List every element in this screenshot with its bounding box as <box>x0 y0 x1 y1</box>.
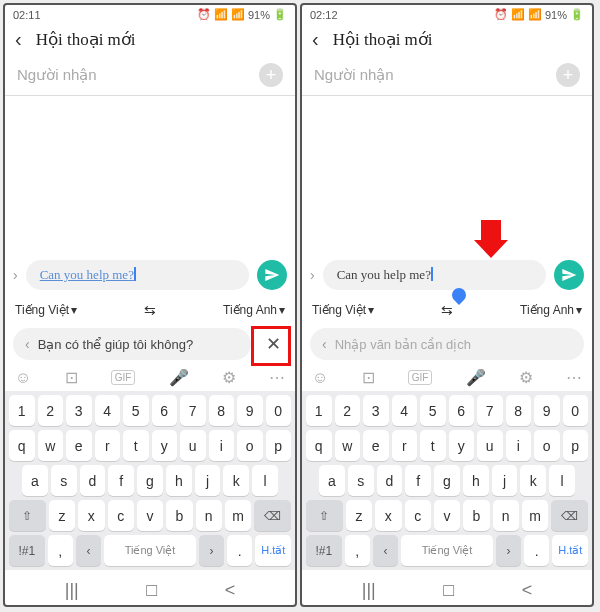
backspace-key[interactable]: ⌫ <box>551 500 588 531</box>
mic-icon[interactable]: 🎤 <box>169 368 189 387</box>
key-3[interactable]: 3 <box>363 395 389 426</box>
key-t[interactable]: t <box>420 430 446 461</box>
gif-icon[interactable]: GIF <box>408 370 433 385</box>
recents-icon[interactable]: ||| <box>65 580 79 601</box>
right-key[interactable]: › <box>199 535 224 566</box>
symbol-key[interactable]: !#1 <box>9 535 45 566</box>
from-language[interactable]: Tiếng Việt▾ <box>312 303 374 317</box>
recipient-row[interactable]: Người nhận + <box>5 55 295 96</box>
dot-key[interactable]: . <box>227 535 252 566</box>
enter-key[interactable]: H.tất <box>255 535 291 566</box>
left-key[interactable]: ‹ <box>76 535 101 566</box>
key-s[interactable]: s <box>348 465 374 496</box>
space-key[interactable]: Tiếng Việt <box>401 535 492 566</box>
backspace-key[interactable]: ⌫ <box>254 500 291 531</box>
translate-input[interactable]: ‹ Nhập văn bản cần dịch <box>310 328 584 360</box>
back-nav-icon[interactable]: < <box>522 580 533 601</box>
key-9[interactable]: 9 <box>534 395 560 426</box>
key-1[interactable]: 1 <box>9 395 35 426</box>
key-i[interactable]: i <box>506 430 532 461</box>
add-recipient-button[interactable]: + <box>556 63 580 87</box>
key-m[interactable]: m <box>225 500 251 531</box>
shift-key[interactable]: ⇧ <box>306 500 343 531</box>
key-m[interactable]: m <box>522 500 548 531</box>
key-u[interactable]: u <box>180 430 206 461</box>
key-i[interactable]: i <box>209 430 235 461</box>
key-n[interactable]: n <box>196 500 222 531</box>
key-4[interactable]: 4 <box>95 395 121 426</box>
key-7[interactable]: 7 <box>477 395 503 426</box>
chevron-right-icon[interactable]: › <box>13 267 18 283</box>
key-7[interactable]: 7 <box>180 395 206 426</box>
key-0[interactable]: 0 <box>563 395 589 426</box>
recipient-row[interactable]: Người nhận + <box>302 55 592 96</box>
key-r[interactable]: r <box>392 430 418 461</box>
key-j[interactable]: j <box>195 465 221 496</box>
right-key[interactable]: › <box>496 535 521 566</box>
key-g[interactable]: g <box>434 465 460 496</box>
key-6[interactable]: 6 <box>449 395 475 426</box>
key-r[interactable]: r <box>95 430 121 461</box>
recents-icon[interactable]: ||| <box>362 580 376 601</box>
key-p[interactable]: p <box>266 430 292 461</box>
key-k[interactable]: k <box>223 465 249 496</box>
key-s[interactable]: s <box>51 465 77 496</box>
chevron-left-icon[interactable]: ‹ <box>25 336 30 352</box>
key-d[interactable]: d <box>377 465 403 496</box>
mic-icon[interactable]: 🎤 <box>466 368 486 387</box>
back-icon[interactable]: ‹ <box>15 28 22 51</box>
key-j[interactable]: j <box>492 465 518 496</box>
key-q[interactable]: q <box>9 430 35 461</box>
key-x[interactable]: x <box>375 500 401 531</box>
key-g[interactable]: g <box>137 465 163 496</box>
key-e[interactable]: e <box>66 430 92 461</box>
send-button[interactable] <box>554 260 584 290</box>
key-9[interactable]: 9 <box>237 395 263 426</box>
key-p[interactable]: p <box>563 430 589 461</box>
key-6[interactable]: 6 <box>152 395 178 426</box>
message-input[interactable]: Can you help me? <box>323 260 546 290</box>
key-w[interactable]: w <box>38 430 64 461</box>
key-0[interactable]: 0 <box>266 395 292 426</box>
key-4[interactable]: 4 <box>392 395 418 426</box>
comma-key[interactable]: , <box>48 535 73 566</box>
key-o[interactable]: o <box>237 430 263 461</box>
key-z[interactable]: z <box>346 500 372 531</box>
chevron-left-icon[interactable]: ‹ <box>322 336 327 352</box>
back-nav-icon[interactable]: < <box>225 580 236 601</box>
translate-input[interactable]: ‹ Bạn có thể giúp tôi không? <box>13 328 251 360</box>
key-c[interactable]: c <box>108 500 134 531</box>
key-2[interactable]: 2 <box>335 395 361 426</box>
key-n[interactable]: n <box>493 500 519 531</box>
key-b[interactable]: b <box>463 500 489 531</box>
from-language[interactable]: Tiếng Việt▾ <box>15 303 77 317</box>
key-8[interactable]: 8 <box>506 395 532 426</box>
key-5[interactable]: 5 <box>420 395 446 426</box>
key-l[interactable]: l <box>252 465 278 496</box>
key-a[interactable]: a <box>319 465 345 496</box>
home-icon[interactable]: □ <box>443 580 454 601</box>
emoji-icon[interactable]: ☺ <box>312 369 328 387</box>
key-q[interactable]: q <box>306 430 332 461</box>
key-h[interactable]: h <box>463 465 489 496</box>
key-1[interactable]: 1 <box>306 395 332 426</box>
settings-icon[interactable]: ⚙ <box>222 368 236 387</box>
sticker-icon[interactable]: ⊡ <box>65 368 78 387</box>
symbol-key[interactable]: !#1 <box>306 535 342 566</box>
sticker-icon[interactable]: ⊡ <box>362 368 375 387</box>
to-language[interactable]: Tiếng Anh▾ <box>223 303 285 317</box>
key-5[interactable]: 5 <box>123 395 149 426</box>
key-w[interactable]: w <box>335 430 361 461</box>
more-icon[interactable]: ⋯ <box>269 368 285 387</box>
enter-key[interactable]: H.tất <box>552 535 588 566</box>
key-x[interactable]: x <box>78 500 104 531</box>
key-z[interactable]: z <box>49 500 75 531</box>
key-h[interactable]: h <box>166 465 192 496</box>
clear-button[interactable]: ✕ <box>259 330 287 358</box>
send-button[interactable] <box>257 260 287 290</box>
swap-icon[interactable]: ⇆ <box>441 302 453 318</box>
key-f[interactable]: f <box>405 465 431 496</box>
key-a[interactable]: a <box>22 465 48 496</box>
key-2[interactable]: 2 <box>38 395 64 426</box>
key-e[interactable]: e <box>363 430 389 461</box>
